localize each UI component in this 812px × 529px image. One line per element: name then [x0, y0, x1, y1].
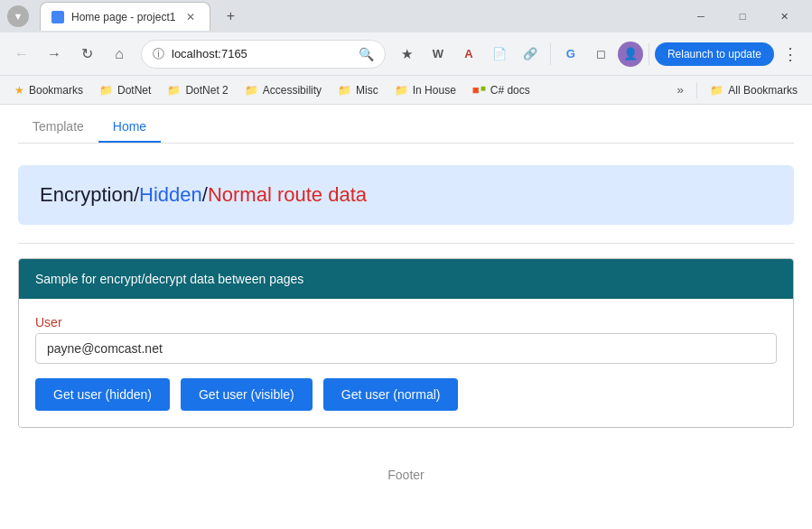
- card-header: Sample for encrypt/decrypt data between …: [19, 259, 793, 299]
- bookmark-dotnet2-label: DotNet 2: [185, 84, 228, 97]
- google-icon-button[interactable]: G: [556, 40, 585, 69]
- tab-close-button[interactable]: ✕: [182, 9, 199, 25]
- minimize-button[interactable]: ─: [680, 0, 722, 32]
- profile-circle-icon[interactable]: ▼: [7, 5, 29, 27]
- url-text: localhost:7165: [172, 47, 351, 60]
- bookmark-inhouse-label: In House: [413, 84, 456, 97]
- navigation-bar: ← → ↻ ⌂ ⓘ localhost:7165 🔍 ★ W A 📄 🔗 G ◻…: [0, 32, 812, 76]
- all-bookmarks-label: All Bookmarks: [728, 84, 798, 97]
- bookmark-accessibility[interactable]: 📁 Accessibility: [238, 80, 329, 100]
- bookmark-accessibility-label: Accessibility: [263, 84, 322, 97]
- bookmark-dotnet2[interactable]: 📁 DotNet 2: [160, 80, 235, 100]
- tab-favicon: [51, 11, 64, 23]
- folder-icon-3: 📁: [245, 84, 258, 97]
- bookmarks-label: Bookmarks: [29, 84, 83, 97]
- ext-a-button[interactable]: A: [454, 40, 483, 69]
- divider: [18, 243, 794, 244]
- get-user-visible-button[interactable]: Get user (visible): [181, 378, 313, 411]
- new-tab-button[interactable]: +: [218, 4, 243, 29]
- bookmarks-bar: ★ Bookmarks 📁 DotNet 📁 DotNet 2 📁 Access…: [0, 76, 812, 105]
- window-controls: ─ □ ✕: [680, 0, 805, 32]
- relaunch-button[interactable]: Relaunch to update: [655, 42, 774, 66]
- hero-banner: Encryption/Hidden/Normal route data: [18, 165, 794, 225]
- home-button[interactable]: ⌂: [105, 40, 134, 69]
- bookmark-star-button[interactable]: ★: [393, 40, 422, 69]
- encrypt-decrypt-card: Sample for encrypt/decrypt data between …: [18, 258, 794, 428]
- button-row: Get user (hidden) Get user (visible) Get…: [35, 378, 777, 411]
- maximize-button[interactable]: □: [722, 0, 763, 32]
- bookmark-inhouse[interactable]: 📁 In House: [387, 80, 463, 100]
- tab-home[interactable]: Home: [98, 112, 161, 143]
- close-button[interactable]: ✕: [763, 0, 805, 32]
- bookmark-dotnet-label: DotNet: [117, 84, 151, 97]
- ext-share-button[interactable]: 🔗: [516, 40, 545, 69]
- site-info-icon: ⓘ: [153, 46, 164, 62]
- page-tabs: Template Home: [18, 105, 794, 144]
- tab-title: Home page - project1: [71, 11, 175, 23]
- ext-reader-button[interactable]: 📄: [485, 40, 514, 69]
- search-icon: 🔍: [359, 47, 374, 61]
- bookmark-dotnet[interactable]: 📁 DotNet: [92, 80, 158, 100]
- user-form-group: User: [35, 315, 777, 364]
- bookmarks-overflow-button[interactable]: »: [669, 79, 691, 101]
- back-button[interactable]: ←: [7, 40, 36, 69]
- bookmark-misc-label: Misc: [356, 84, 378, 97]
- folder-icon-all: 📁: [710, 84, 723, 97]
- star-icon: ★: [14, 84, 24, 97]
- user-input[interactable]: [35, 333, 777, 364]
- ms-icon: ■■: [472, 83, 486, 97]
- card-header-title: Sample for encrypt/decrypt data between …: [35, 272, 303, 286]
- ext-dark-button[interactable]: ◻: [587, 40, 616, 69]
- get-user-normal-button[interactable]: Get user (normal): [323, 378, 459, 411]
- page-content: Template Home Encryption/Hidden/Normal r…: [0, 105, 812, 428]
- chrome-menu-button[interactable]: ⋮: [776, 40, 805, 69]
- all-bookmarks-link[interactable]: 📁 All Bookmarks: [703, 80, 805, 100]
- footer-text: Footer: [387, 468, 424, 482]
- folder-icon-2: 📁: [167, 84, 181, 97]
- reload-button[interactable]: ↻: [72, 40, 101, 69]
- folder-icon: 📁: [99, 84, 113, 97]
- bookmark-csharp-label: C# docs: [490, 84, 530, 97]
- user-label: User: [35, 315, 777, 329]
- card-body: User Get user (hidden) Get user (visible…: [19, 299, 793, 427]
- nav-actions: ★ W A 📄 🔗 G ◻ 👤 Relaunch to update ⋮: [393, 40, 805, 69]
- footer: Footer: [0, 450, 812, 500]
- profile-avatar[interactable]: 👤: [618, 42, 643, 67]
- hero-title: Encryption/Hidden/Normal route data: [40, 183, 772, 207]
- bookmarks-divider: [696, 82, 697, 98]
- bookmark-bookmarks[interactable]: ★ Bookmarks: [7, 80, 90, 100]
- bookmark-misc[interactable]: 📁 Misc: [331, 80, 386, 100]
- ext-divider-2: [649, 43, 649, 65]
- hero-title-part2: Hidden: [139, 183, 202, 206]
- title-bar: ▼ Home page - project1 ✕ + ─ □ ✕: [0, 0, 812, 32]
- tab-template[interactable]: Template: [18, 112, 98, 143]
- hero-title-part3: Normal route data: [208, 183, 367, 206]
- folder-icon-5: 📁: [395, 84, 408, 97]
- get-user-hidden-button[interactable]: Get user (hidden): [35, 378, 170, 411]
- folder-icon-4: 📁: [338, 84, 351, 97]
- hero-title-part1: Encryption: [40, 183, 134, 206]
- forward-button[interactable]: →: [40, 40, 69, 69]
- address-bar[interactable]: ⓘ localhost:7165 🔍: [141, 40, 386, 69]
- ext-divider: [550, 43, 551, 65]
- browser-tab[interactable]: Home page - project1 ✕: [40, 2, 210, 31]
- ext-w-button[interactable]: W: [424, 40, 453, 69]
- bookmark-csharp[interactable]: ■■ C# docs: [465, 79, 537, 100]
- page-background: Template Home Encryption/Hidden/Normal r…: [0, 105, 812, 529]
